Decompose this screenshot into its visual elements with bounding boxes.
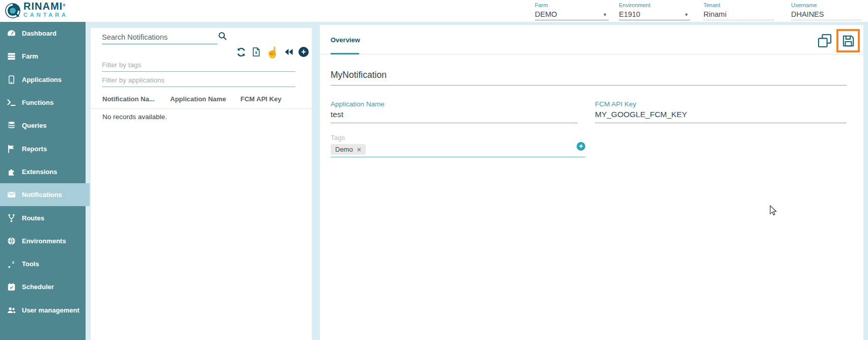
farm-value[interactable]: DEMO — [535, 10, 557, 18]
tenant-label: Tenant — [703, 2, 774, 8]
application-name-field: Application Name test — [331, 100, 578, 123]
top-header-bar: RINAMI® CANTARA Farm DEMO ▼ Environment … — [0, 0, 868, 22]
tab-overview[interactable]: Overview — [331, 36, 360, 44]
column-header-notification-name[interactable]: Notification Na... — [102, 95, 155, 103]
sidebar-item-label: Reports — [22, 145, 47, 153]
sidebar-item-user-management[interactable]: User management — [0, 299, 86, 322]
sidebar-item-label: Applications — [22, 76, 62, 83]
remove-tag-icon[interactable]: × — [357, 146, 361, 153]
sidebar-item-label: Scheduler — [22, 283, 54, 291]
sidebar-item-scheduler[interactable]: Scheduler — [0, 275, 86, 298]
search-icon[interactable] — [218, 31, 227, 43]
refresh-icon[interactable] — [236, 47, 247, 58]
search-input[interactable] — [102, 30, 218, 44]
applications-icon — [6, 74, 16, 84]
column-header-fcm-api-key[interactable]: FCM API Key — [240, 95, 281, 103]
tab-bar: Overview — [320, 25, 863, 54]
empty-table-message: No records available. — [102, 113, 167, 121]
sidebar-item-applications[interactable]: Applications — [0, 68, 86, 91]
sidebar-item-extensions[interactable]: Extensions — [0, 160, 86, 183]
search-row — [102, 30, 229, 47]
chevron-down-icon[interactable]: ▼ — [603, 12, 607, 17]
queries-icon — [6, 121, 16, 131]
sidebar-item-reports[interactable]: Reports — [0, 137, 86, 160]
sidebar-item-label: Functions — [22, 99, 53, 106]
brand-text: RINAMI® CANTARA — [23, 1, 68, 18]
sidebar-item-label: User management — [22, 306, 79, 314]
filter-applications-input[interactable] — [102, 74, 295, 87]
hand-pointer-icon[interactable]: ☝ — [266, 47, 279, 58]
username-value[interactable]: DHAINES — [791, 10, 824, 18]
tools-icon — [6, 259, 16, 269]
sidebar-item-label: Routes — [22, 214, 44, 222]
farm-label: Farm — [535, 2, 609, 8]
sidebar-nav: Dashboard Farm Applications Functions Qu… — [0, 22, 86, 340]
tags-label: Tags — [331, 134, 585, 141]
sidebar-item-dashboard[interactable]: Dashboard — [0, 22, 86, 45]
sidebar-item-routes[interactable]: Routes — [0, 206, 86, 229]
rinami-logo-icon — [4, 2, 21, 19]
notifications-icon — [6, 190, 16, 200]
notifications-list-panel: x ☝ + Notification Na... Application Nam… — [91, 28, 312, 340]
tags-field: Tags Demo × + — [331, 134, 585, 157]
table-header: Notification Na... Application Name FCM … — [91, 93, 312, 109]
tag-chip-demo[interactable]: Demo × — [331, 144, 366, 155]
extensions-icon — [6, 166, 16, 177]
sidebar-item-label: Tools — [22, 260, 39, 268]
rewind-icon[interactable] — [284, 47, 294, 57]
sidebar-item-label: Farm — [22, 52, 38, 60]
active-tab-indicator — [331, 53, 359, 54]
brand-subname: CANTARA — [23, 12, 68, 18]
application-name-label: Application Name — [331, 100, 578, 108]
list-toolbar: x ☝ + — [236, 45, 309, 59]
svg-text:x: x — [255, 50, 257, 55]
reports-icon — [6, 144, 16, 154]
sidebar-item-tools[interactable]: Tools — [0, 252, 86, 275]
add-icon[interactable]: + — [299, 47, 309, 57]
notification-name-field[interactable]: MyNotification — [331, 70, 847, 86]
application-name-value[interactable]: test — [331, 110, 578, 123]
tenant-field[interactable]: Tenant Rinami — [703, 2, 774, 20]
environment-select[interactable]: Environment E1910 ▼ — [619, 2, 690, 20]
excel-export-icon[interactable]: x — [251, 47, 261, 57]
brand-name: RINAMI — [23, 1, 63, 12]
sidebar-item-label: Queries — [22, 122, 46, 129]
fcm-api-key-field: FCM API Key MY_GOOGLE_FCM_KEY — [595, 100, 847, 123]
copy-button[interactable] — [817, 33, 833, 49]
chevron-down-icon[interactable]: ▼ — [684, 12, 689, 17]
column-header-application-name[interactable]: Application Name — [170, 95, 226, 103]
tag-chip-label: Demo — [335, 146, 353, 153]
tag-chips: Demo × — [331, 144, 585, 155]
sidebar-item-label: Dashboard — [22, 30, 57, 37]
username-field[interactable]: Username DHAINES — [791, 2, 861, 20]
sidebar-item-farm[interactable]: Farm — [0, 45, 86, 68]
tenant-value[interactable]: Rinami — [703, 10, 726, 18]
fcm-api-key-value[interactable]: MY_GOOGLE_FCM_KEY — [595, 110, 847, 123]
functions-icon — [6, 98, 16, 108]
environment-label: Environment — [619, 2, 690, 8]
environment-value[interactable]: E1910 — [619, 10, 640, 18]
filter-tags-input[interactable] — [102, 59, 295, 72]
sidebar-item-queries[interactable]: Queries — [0, 114, 86, 137]
user-management-icon — [6, 305, 16, 315]
save-button[interactable] — [836, 29, 860, 52]
dashboard-icon — [6, 29, 16, 39]
sidebar-item-label: Environments — [22, 237, 66, 245]
sidebar-item-notifications[interactable]: Notifications — [0, 183, 90, 206]
sidebar-item-environments[interactable]: Environments — [0, 230, 86, 252]
farm-select[interactable]: Farm DEMO ▼ — [535, 2, 609, 20]
farm-icon — [6, 51, 16, 62]
add-tag-icon[interactable]: + — [577, 142, 585, 151]
sidebar-item-label: Notifications — [22, 191, 62, 199]
registered-mark: ® — [63, 3, 66, 8]
sidebar-item-functions[interactable]: Functions — [0, 91, 86, 114]
sidebar-item-label: Extensions — [22, 168, 57, 176]
save-icon — [841, 34, 856, 48]
filter-tags-row — [102, 59, 295, 73]
app-root: { "brand": { "name": "RINAMI", "subname"… — [0, 0, 868, 340]
environments-icon — [6, 236, 16, 246]
scheduler-icon — [6, 282, 16, 292]
username-label: Username — [791, 2, 861, 8]
fcm-api-key-label: FCM API Key — [595, 100, 847, 108]
filter-applications-row — [102, 74, 295, 88]
